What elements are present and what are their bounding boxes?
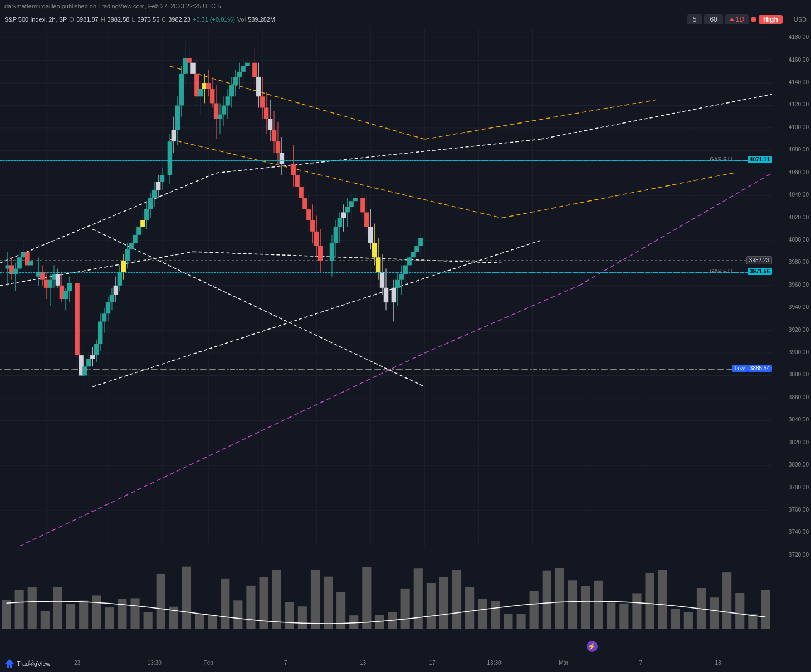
time-tick: 13 (360, 660, 366, 666)
volume-label: Vol (237, 16, 246, 23)
price-tick: 3780.00 (789, 484, 809, 490)
lightning-icon[interactable]: ⚡ (587, 641, 598, 652)
gap-fill-upper-label: 4071.11 (748, 156, 772, 163)
currency-label: USD (794, 16, 807, 23)
main-chart[interactable] (0, 27, 772, 567)
price-tick: 3940.00 (789, 304, 809, 310)
low-label: L (131, 16, 135, 23)
price-tick: 3740.00 (789, 529, 809, 535)
time-tick: 13:30 (148, 660, 162, 666)
gap-fill-lower-line (0, 272, 772, 273)
current-price-label: 3982.23 (746, 256, 772, 264)
price-tick: 4140.00 (789, 79, 809, 85)
price-tick: 4160.00 (789, 57, 809, 63)
low-text: Low (732, 365, 748, 372)
price-tick: 3800.00 (789, 462, 809, 468)
time-tick: Feb (204, 660, 213, 666)
price-tick: 3900.00 (789, 349, 809, 355)
low-value: 3973.55 (138, 16, 160, 23)
price-tick: 4040.00 (789, 192, 809, 198)
price-tick: 4000.00 (789, 237, 809, 243)
price-tick: 3720.00 (789, 552, 809, 558)
high-badge: High (759, 15, 783, 24)
time-tick: 17 (429, 660, 436, 666)
price-tick: 4100.00 (789, 124, 809, 130)
chart-container: darkmattermirgalileo published on Tradin… (0, 0, 811, 672)
volume-chart (0, 546, 772, 640)
price-tick: 4180.00 (789, 34, 809, 40)
open-value: 3981.87 (76, 16, 99, 23)
time-tick: 23 (74, 660, 80, 666)
tv-logo-icon (4, 659, 14, 669)
tf5-button[interactable]: 5 (687, 14, 702, 24)
low-level-line (0, 369, 772, 370)
high-value: 3982.58 (108, 16, 130, 23)
price-tick: 3960.00 (789, 282, 809, 288)
symbol-bar: S&P 500 Index, 2h, SP O 3981.87 H 3982.5… (0, 12, 811, 27)
volume-value: 589.282M (248, 16, 275, 23)
gap-fill-lower-label: 3971.56 (748, 268, 772, 275)
price-axis: 4180.004160.004140.004120.004100.004080.… (772, 27, 811, 567)
publisher-bar: darkmattermirgalileo published on Tradin… (0, 0, 811, 12)
current-price-line (0, 261, 772, 261)
price-tick: 3760.00 (789, 507, 809, 513)
price-tick: 3880.00 (789, 371, 809, 377)
tradingview-logo: TradingView (4, 659, 51, 669)
high-label: H (101, 16, 105, 23)
time-tick: 13:30 (487, 660, 501, 666)
tradingview-text: TradingView (17, 660, 51, 667)
gap-fill-lower-text: GAP FILL (710, 268, 734, 274)
close-value: 3982.23 (168, 16, 190, 23)
tf1d-button[interactable]: 1D (725, 14, 749, 24)
close-label: C (162, 16, 166, 23)
publisher-info: darkmattermirgalileo published on Tradin… (4, 3, 221, 9)
tf1d-label: 1D (736, 16, 744, 23)
gap-fill-upper-text: GAP FILL (710, 156, 734, 163)
gap-fill-upper-line (0, 160, 772, 161)
tf60-button[interactable]: 60 (704, 14, 722, 24)
price-tick: 4080.00 (789, 146, 809, 153)
time-axis: 132313:30Feb7131713:30Mar713 (0, 655, 772, 672)
timeframe-controls: 5 60 1D High (687, 14, 783, 24)
price-tick: 3860.00 (789, 394, 809, 400)
price-tick: 3920.00 (789, 327, 809, 333)
price-tick: 3840.00 (789, 416, 809, 423)
red-dot-icon (751, 17, 756, 22)
change-value: +0.31 (+0.01%) (193, 16, 235, 23)
time-tick: 13 (715, 660, 721, 666)
price-tick: 4020.00 (789, 214, 809, 220)
price-tick: 3820.00 (789, 439, 809, 445)
time-tick: Mar (559, 660, 568, 666)
price-tick: 4120.00 (789, 101, 809, 107)
time-tick: 7 (284, 660, 287, 666)
time-tick: 7 (639, 660, 643, 666)
price-tick: 4060.00 (789, 169, 809, 175)
symbol-name: S&P 500 Index, 2h, SP (4, 16, 67, 23)
open-label: O (69, 16, 74, 23)
low-price-label: 3885.54 (748, 365, 772, 372)
triangle-up-icon (730, 18, 734, 21)
price-tick: 3980.00 (789, 259, 809, 265)
